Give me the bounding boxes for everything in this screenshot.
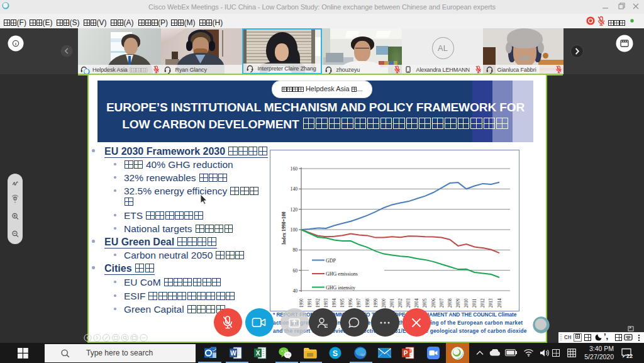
- svg-text:1998: 1998: [365, 298, 370, 308]
- svg-text:2013: 2013: [488, 298, 494, 308]
- svg-text:1994: 1994: [331, 298, 337, 308]
- svg-text:1995: 1995: [340, 298, 345, 308]
- svg-text:GDP: GDP: [326, 258, 336, 264]
- svg-text:2010: 2010: [464, 298, 469, 308]
- svg-text:2004: 2004: [414, 298, 419, 308]
- svg-text:2011: 2011: [472, 298, 477, 308]
- svg-text:X: X: [256, 350, 260, 357]
- svg-text:2007: 2007: [439, 298, 445, 308]
- svg-text:40: 40: [292, 288, 297, 294]
- svg-text:160: 160: [291, 166, 298, 172]
- svg-text:2008: 2008: [447, 298, 453, 308]
- svg-text:1997: 1997: [356, 298, 362, 308]
- svg-text:2009: 2009: [455, 298, 461, 308]
- svg-text:2014: 2014: [497, 298, 502, 308]
- svg-text:2002: 2002: [397, 298, 403, 308]
- svg-text:1999: 1999: [373, 298, 379, 308]
- svg-text:2000: 2000: [381, 298, 387, 308]
- svg-text:1992: 1992: [315, 298, 321, 308]
- svg-text:1996: 1996: [348, 298, 353, 308]
- svg-text:S: S: [333, 349, 338, 358]
- svg-text:2006: 2006: [431, 298, 436, 308]
- svg-text:1991: 1991: [307, 298, 313, 308]
- svg-text:1990: 1990: [299, 298, 304, 308]
- svg-text:W: W: [230, 350, 236, 357]
- svg-text:2003: 2003: [406, 298, 411, 308]
- svg-text:120: 120: [291, 207, 298, 213]
- svg-text:60: 60: [292, 268, 297, 274]
- svg-text:1993: 1993: [323, 298, 329, 308]
- svg-text:GHG intensity: GHG intensity: [326, 285, 355, 291]
- svg-text:80: 80: [292, 247, 297, 253]
- svg-text:2001: 2001: [389, 298, 395, 308]
- svg-text:2012: 2012: [480, 298, 486, 308]
- svg-text:22: 22: [626, 353, 633, 359]
- svg-text:P: P: [404, 350, 408, 357]
- svg-text:2005: 2005: [422, 298, 428, 308]
- svg-text:Index 1990=100: Index 1990=100: [281, 211, 287, 245]
- svg-text:GHG emissions: GHG emissions: [326, 271, 358, 277]
- svg-text:140: 140: [291, 186, 298, 192]
- svg-text:100: 100: [291, 227, 298, 233]
